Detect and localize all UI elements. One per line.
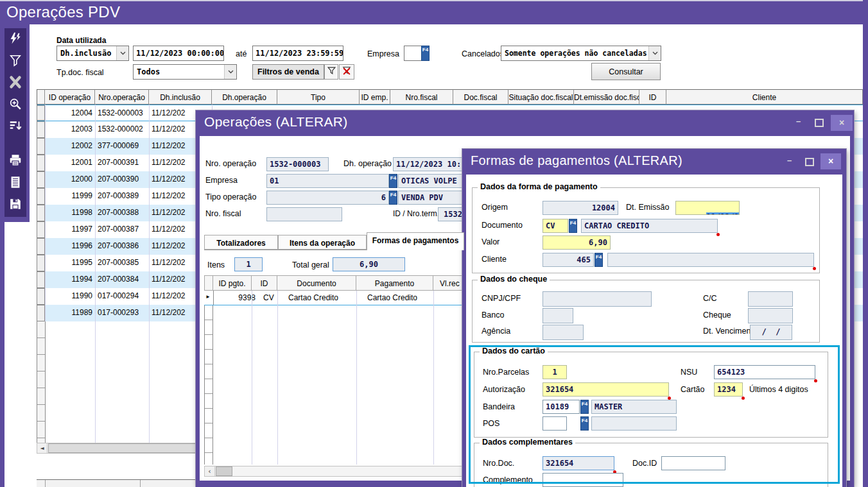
grid-header-cliente[interactable]: Cliente [666, 89, 863, 105]
print-button[interactable] [6, 153, 25, 171]
dt-emissao-field[interactable]: 11/12/2023 [675, 201, 740, 215]
grid-line [433, 291, 434, 465]
valor-field[interactable]: 6,90 [542, 235, 611, 250]
date-type-combobox[interactable]: Dh.inclusão [56, 46, 129, 61]
tp-doc-fiscal-combobox[interactable]: Todos [133, 64, 237, 80]
cartao-field[interactable]: 1234 [714, 382, 743, 397]
payments-header-id[interactable]: ID [252, 275, 277, 291]
report-button[interactable] [6, 175, 25, 192]
row-gutter-cell[interactable] [37, 221, 45, 238]
row-gutter-cell[interactable] [37, 205, 45, 221]
nro-parcelas-field[interactable]: 1 [542, 365, 567, 379]
row-gutter-cell[interactable] [37, 255, 45, 271]
tab-formas-de-pagamentos[interactable]: Formas de pagamentos [367, 232, 464, 250]
clear-filter-button[interactable] [339, 64, 354, 80]
empresa-filter-input[interactable] [404, 46, 422, 61]
scroll-left-arrow[interactable]: ‹ [205, 466, 215, 476]
tipo-operacao-f4-lookup-button[interactable]: F4 [389, 191, 397, 205]
cnpj-cpf-field[interactable] [542, 291, 652, 307]
nro-doc-field[interactable]: 321654 [542, 456, 614, 470]
pos-f4-lookup-button[interactable]: F4 [580, 416, 589, 431]
maximize-button[interactable] [815, 119, 824, 127]
documento-field[interactable]: CV [542, 219, 568, 233]
grid-header-tipo[interactable]: Tipo [277, 89, 360, 105]
dh-operacao-field[interactable]: 11/12/2023 10: [393, 157, 467, 171]
row-gutter-cell[interactable] [37, 105, 45, 121]
row-gutter-cell[interactable] [37, 138, 45, 155]
window-right-border [863, 0, 868, 487]
payments-header-id-pgto[interactable]: ID pgto. [213, 275, 252, 291]
grid-header-dt-emissao-doc-fiscal[interactable]: Dt.emissão doc.fiscal [574, 89, 639, 105]
documento-f4-lookup-button[interactable]: F4 [569, 219, 577, 233]
bandeira-f4-lookup-button[interactable]: F4 [580, 400, 589, 414]
grid-header-id-operacao[interactable]: ID operação [45, 89, 95, 105]
grid-header-dh-operacao[interactable]: Dh.operação [212, 89, 277, 105]
cancel-search-button[interactable] [6, 74, 25, 92]
empresa-field[interactable]: 01 [266, 174, 389, 188]
close-button[interactable]: × [820, 153, 841, 169]
chevron-down-icon[interactable] [648, 46, 661, 60]
agencia-field[interactable] [542, 325, 584, 340]
pos-field[interactable] [542, 416, 567, 431]
bandeira-label: Bandeira [483, 402, 515, 411]
nro-operacao-field[interactable]: 1532-000003 [266, 157, 329, 171]
grid-header-nro-operacao[interactable]: Nro.operação [95, 89, 149, 105]
grid-header-nro-fiscal[interactable]: Nro.fiscal [390, 89, 453, 105]
maximize-button[interactable] [805, 158, 814, 166]
id-term-field[interactable]: 1532 [438, 207, 465, 221]
consultar-button[interactable]: Consultar [591, 63, 661, 80]
cell-documento: Cartao Credito [288, 293, 338, 302]
tab-totalizadores[interactable]: Totalizadores [204, 235, 278, 250]
grid-header-id-emp[interactable]: ID emp. [360, 89, 390, 105]
date-from-input[interactable]: 11/12/2023 00:00:00 [133, 46, 224, 61]
tab-itens-da-operacao[interactable]: Itens da operação [278, 235, 367, 250]
banco-field[interactable] [542, 308, 573, 323]
cliente-f4-lookup-button[interactable]: F4 [595, 253, 603, 267]
row-gutter-cell[interactable] [37, 121, 45, 138]
row-gutter-cell[interactable] [37, 171, 45, 188]
close-button[interactable]: × [831, 115, 853, 131]
nro-fiscal-field[interactable] [266, 207, 342, 221]
cancelados-label: Cancelados [462, 49, 504, 58]
chevron-down-icon[interactable] [116, 46, 128, 60]
grid-header-id[interactable]: ID [639, 89, 666, 105]
autorizacao-field[interactable]: 321654 [542, 382, 669, 397]
minimize-button[interactable]: – [796, 116, 801, 126]
nsu-field[interactable]: 654123 [714, 365, 815, 379]
bandeira-field[interactable]: 10189 [542, 400, 580, 414]
empresa-f4-lookup-button[interactable]: F4 [389, 174, 397, 188]
doc-id-field[interactable] [661, 456, 725, 470]
payments-header-documento[interactable]: Documento [277, 275, 356, 291]
date-to-input[interactable]: 11/12/2023 23:59:59 [252, 46, 343, 61]
save-button[interactable] [6, 196, 25, 214]
filtros-venda-button[interactable]: Filtros de venda [252, 64, 324, 80]
filter-button[interactable] [6, 53, 25, 71]
zoom-button[interactable] [6, 96, 25, 114]
payments-header-pagamento[interactable]: Pagamento [356, 275, 433, 291]
tipo-operacao-field[interactable]: 6 [266, 191, 389, 205]
row-gutter-cell[interactable] [37, 155, 45, 171]
scroll-left-arrow[interactable]: ◄ [37, 443, 48, 453]
apply-filter-button[interactable] [324, 64, 338, 80]
complemento-field[interactable] [542, 473, 623, 487]
minimize-button[interactable]: – [787, 155, 792, 165]
sort-button[interactable] [6, 118, 25, 136]
cc-field[interactable] [748, 291, 793, 307]
row-gutter-cell[interactable] [37, 288, 45, 305]
cancelados-combobox[interactable]: Somente operações não canceladas [501, 46, 661, 61]
row-gutter-cell[interactable] [37, 271, 45, 288]
grid-header-dh-inclusao[interactable]: Dh.inclusão [149, 89, 212, 105]
empresa-f4-lookup-button[interactable]: F4 [421, 46, 430, 61]
cliente-field[interactable]: 465 [542, 253, 594, 267]
chevron-down-icon[interactable] [224, 65, 236, 79]
row-gutter-cell[interactable] [37, 305, 45, 321]
grid-header-situacao-doc-fiscal[interactable]: Situação doc.fiscal [508, 89, 574, 105]
cheque-field[interactable] [748, 308, 793, 323]
scroll-thumb[interactable] [216, 466, 232, 476]
grid-line [95, 105, 96, 443]
row-gutter-cell[interactable] [37, 238, 45, 255]
row-gutter-cell[interactable] [37, 188, 45, 205]
refresh-button[interactable] [6, 31, 25, 49]
dt-vencimento-field[interactable]: / / [750, 325, 792, 340]
grid-header-doc-fiscal[interactable]: Doc.fiscal [453, 89, 508, 105]
